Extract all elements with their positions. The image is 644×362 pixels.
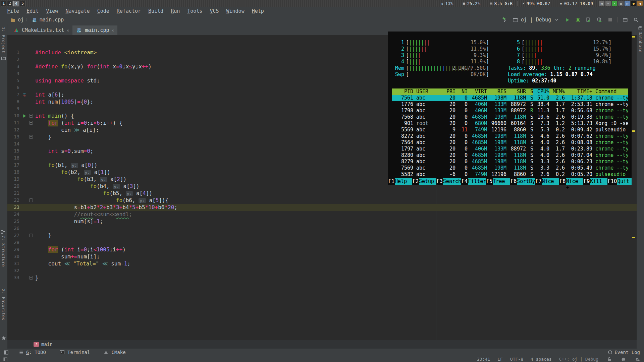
context-function[interactable]: main [41,342,53,347]
network-manager-icon[interactable]: ◎ [625,1,630,6]
indent-style[interactable]: 4 spaces [531,357,552,362]
process-row[interactable]: 1776abc200406M133M88972S38.41.72:53.31ch… [392,101,628,108]
stop-button[interactable] [607,16,613,23]
close-icon[interactable]: × [66,28,69,33]
run-with-coverage-button[interactable] [585,16,592,23]
sidebar-item-project[interactable]: 1: Project [1,27,6,53]
fkey-f7[interactable]: F7Nice - [535,178,559,185]
fkey-f9[interactable]: F9Kill [583,178,607,185]
htop-function-keys[interactable]: F1HelpF2SetupF3SearchF4FilterF5TreeF6Sor… [388,178,632,185]
fkey-f10[interactable]: F10Quit [607,178,632,185]
column-header-ni[interactable]: NI [455,88,468,95]
fold-marker-icon[interactable]: – [29,114,33,118]
fkey-f2[interactable]: F2Setup [412,178,436,185]
process-row[interactable]: 7564abc2004685M198M118MS4.02.60:08.08chr… [392,139,628,146]
workspace-button-2[interactable]: 2 [7,1,13,6]
search-everywhere-icon[interactable] [633,16,639,23]
sidebar-item-favorites[interactable]: 2: Favorites [1,289,6,320]
column-header-shr[interactable]: SHR [506,88,526,95]
tool-window-toggle-icon[interactable] [3,349,9,356]
column-header-command[interactable]: Command [592,88,628,95]
menu-run[interactable]: Run [167,8,183,14]
keyboard-icon[interactable]: ⌨ [605,1,611,6]
fkey-f3[interactable]: F3Search [436,178,461,185]
menu-tools[interactable]: Tools [183,8,206,14]
warning-stripe-mark[interactable] [632,130,635,132]
htop-terminal[interactable]: 1[|||||||15.0%]2[||||||11.9%]3[||||9.3%]… [388,32,632,185]
tab-CMakeLists.txt[interactable]: CMakeLists.txt× [9,25,72,35]
process-row[interactable]: 1798abc200406M133M88972R11.31.70:56.68ch… [392,108,628,114]
menu-window[interactable]: Window [223,8,248,14]
sidebar-item-database[interactable]: Database [638,32,643,53]
menu-file[interactable]: File [3,8,23,14]
process-row[interactable]: 8272abc2004685M198M118MS4.62.60:07.62chr… [392,133,628,139]
process-row[interactable]: 8279abc2004685M198M118MS3.32.60:06.23chr… [392,159,628,165]
warning-stripe-mark[interactable] [632,237,635,238]
menu-help[interactable]: Help [248,8,268,14]
debug-button[interactable] [575,16,581,23]
process-row[interactable]: 5582abc-60749M121968860S2.60.20:05.20pul… [392,171,628,178]
volume-icon[interactable]: ◀ [637,1,643,6]
fkey-f8[interactable]: F8Nice + [559,178,583,185]
column-header-virt[interactable]: VIRT [468,88,487,95]
tool-button-cmake[interactable]: CMake [103,349,125,356]
highlighting-level-icon[interactable] [620,356,627,362]
process-row[interactable]: 7568abc2004685M198M118MS10.62.60:19.38ch… [392,114,628,120]
workspace-button-1[interactable]: 1 [1,1,6,6]
column-header-s[interactable]: S [526,88,533,95]
column-header-pri[interactable]: PRI [443,88,455,95]
menu-view[interactable]: View [42,8,62,14]
column-header-res[interactable]: RES [487,88,506,95]
sidebar-item-structure[interactable]: 7: Structure [1,235,6,267]
close-icon[interactable]: × [112,28,114,33]
fkey-f6[interactable]: F6SortBy [510,178,535,185]
column-header-user[interactable]: USER [413,88,443,95]
workspace-button-4[interactable]: 4 [13,1,19,6]
build-hammer-icon[interactable] [501,16,508,23]
fold-marker-icon[interactable]: – [29,198,33,202]
fkey-f5[interactable]: F5Tree [486,178,510,185]
workspace-switcher[interactable]: 1245 [1,1,25,6]
process-row[interactable]: 1797abc200406M133M88972S4.01.70:23.89chr… [392,146,628,152]
warning-stripe-mark[interactable] [632,36,635,38]
process-row[interactable]: 8280abc2004685M198M118MS4.02.60:07.04chr… [392,152,628,159]
tool-button-6-todo[interactable]: 6: TODO [17,349,46,356]
lock-icon[interactable] [606,356,612,362]
caret-position[interactable]: 23:41 [477,357,490,362]
menu-vcs[interactable]: VCS [206,8,222,14]
fold-marker-icon[interactable]: – [29,234,33,237]
process-row[interactable]: 901root200680M9666060164S7.31.25:13.73Xo… [392,120,628,127]
tab-main.cpp[interactable]: C++main.cpp× [72,25,117,35]
tool-button-terminal[interactable]: Terminal [59,349,90,356]
column-header-pid[interactable]: PID [392,88,413,95]
fkey-f1[interactable]: F1Help [388,178,412,185]
resolve-context[interactable]: C++: oj | Debug [559,357,598,362]
detach-editor-icon[interactable] [622,16,629,23]
settings-gear-icon[interactable] [634,356,641,362]
check-icon[interactable]: ✓ [612,1,617,6]
menu-build[interactable]: Build [145,8,167,14]
run-icon[interactable] [21,113,28,119]
menu-navigate[interactable]: Navigate [62,8,93,14]
fold-marker-icon[interactable]: – [29,121,33,125]
process-row[interactable]: 5569abc9-11749M121968860S5.30.20:09.42pu… [392,127,628,133]
run-configuration-selector[interactable]: oj | Debug [512,16,560,23]
column-header-time+[interactable]: TIME+ [565,88,592,95]
profiler-button[interactable] [596,16,603,23]
process-row[interactable]: 7561abc2004685M198M118MS51.02.61:37.18ch… [392,95,628,101]
breadcrumb-item[interactable]: oj [18,17,24,23]
input-method-icon[interactable]: ▥ [618,1,624,6]
workspace-button-5[interactable]: 5 [20,1,25,6]
restore-tool-windows-icon[interactable] [2,356,9,362]
menu-code[interactable]: Code [94,8,113,14]
run-button[interactable] [564,16,571,23]
swap-arrows-icon[interactable] [21,92,28,98]
column-header-mem%[interactable]: MEM% [549,88,565,95]
event-log-button[interactable]: Event Log [608,350,644,355]
column-header-cpu%[interactable]: CPU% [533,88,549,95]
breadcrumb-item[interactable]: main.cpp [40,17,64,23]
fold-marker-icon[interactable]: – [29,135,33,139]
system-tray[interactable]: ▤⌨✓▥◎●◀ [598,1,644,6]
process-table-header[interactable]: PIDUSERPRINIVIRTRESSHRSCPU%MEM%TIME+Comm… [392,88,628,95]
fkey-f4[interactable]: F4Filter [461,178,486,185]
